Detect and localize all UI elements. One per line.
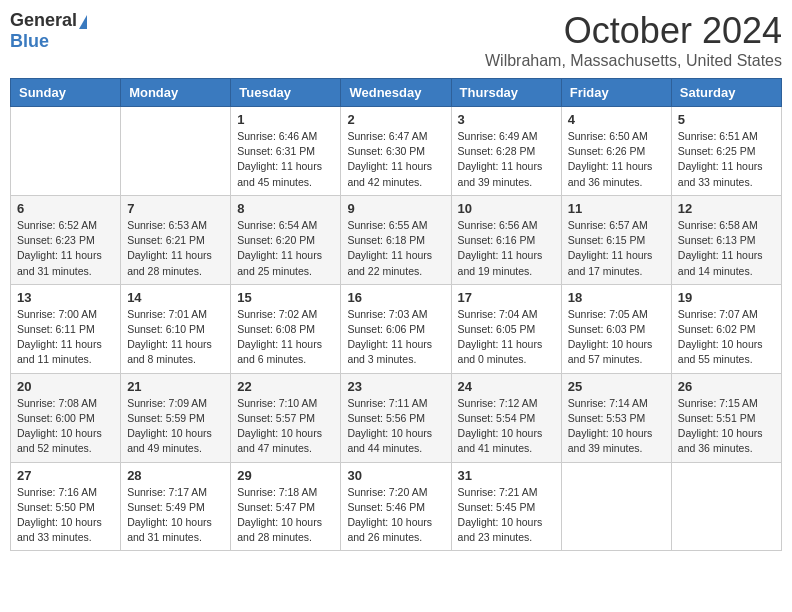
day-info: Sunrise: 6:53 AM Sunset: 6:21 PM Dayligh… <box>127 218 224 279</box>
day-number: 16 <box>347 290 444 305</box>
day-number: 10 <box>458 201 555 216</box>
day-info: Sunrise: 6:50 AM Sunset: 6:26 PM Dayligh… <box>568 129 665 190</box>
day-number: 22 <box>237 379 334 394</box>
calendar-day-cell: 24Sunrise: 7:12 AM Sunset: 5:54 PM Dayli… <box>451 373 561 462</box>
calendar-day-cell: 31Sunrise: 7:21 AM Sunset: 5:45 PM Dayli… <box>451 462 561 551</box>
day-number: 8 <box>237 201 334 216</box>
calendar-day-header: Tuesday <box>231 79 341 107</box>
calendar-week-row: 13Sunrise: 7:00 AM Sunset: 6:11 PM Dayli… <box>11 284 782 373</box>
calendar-day-cell <box>11 107 121 196</box>
calendar-day-cell: 20Sunrise: 7:08 AM Sunset: 6:00 PM Dayli… <box>11 373 121 462</box>
day-info: Sunrise: 7:16 AM Sunset: 5:50 PM Dayligh… <box>17 485 114 546</box>
calendar-day-cell <box>121 107 231 196</box>
day-number: 27 <box>17 468 114 483</box>
day-number: 17 <box>458 290 555 305</box>
calendar-day-cell: 28Sunrise: 7:17 AM Sunset: 5:49 PM Dayli… <box>121 462 231 551</box>
day-info: Sunrise: 6:51 AM Sunset: 6:25 PM Dayligh… <box>678 129 775 190</box>
day-info: Sunrise: 7:01 AM Sunset: 6:10 PM Dayligh… <box>127 307 224 368</box>
calendar-day-cell: 13Sunrise: 7:00 AM Sunset: 6:11 PM Dayli… <box>11 284 121 373</box>
day-info: Sunrise: 6:52 AM Sunset: 6:23 PM Dayligh… <box>17 218 114 279</box>
day-info: Sunrise: 7:07 AM Sunset: 6:02 PM Dayligh… <box>678 307 775 368</box>
day-number: 31 <box>458 468 555 483</box>
month-title: October 2024 <box>485 10 782 52</box>
day-info: Sunrise: 7:04 AM Sunset: 6:05 PM Dayligh… <box>458 307 555 368</box>
calendar-day-cell: 6Sunrise: 6:52 AM Sunset: 6:23 PM Daylig… <box>11 195 121 284</box>
day-info: Sunrise: 7:20 AM Sunset: 5:46 PM Dayligh… <box>347 485 444 546</box>
calendar-day-header: Wednesday <box>341 79 451 107</box>
calendar-day-cell: 29Sunrise: 7:18 AM Sunset: 5:47 PM Dayli… <box>231 462 341 551</box>
day-info: Sunrise: 6:54 AM Sunset: 6:20 PM Dayligh… <box>237 218 334 279</box>
day-number: 24 <box>458 379 555 394</box>
calendar-day-cell: 23Sunrise: 7:11 AM Sunset: 5:56 PM Dayli… <box>341 373 451 462</box>
calendar-header-row: SundayMondayTuesdayWednesdayThursdayFrid… <box>11 79 782 107</box>
page-header: General Blue October 2024 Wilbraham, Mas… <box>10 10 782 70</box>
calendar-day-cell: 4Sunrise: 6:50 AM Sunset: 6:26 PM Daylig… <box>561 107 671 196</box>
location-title: Wilbraham, Massachusetts, United States <box>485 52 782 70</box>
calendar-day-cell: 27Sunrise: 7:16 AM Sunset: 5:50 PM Dayli… <box>11 462 121 551</box>
day-info: Sunrise: 7:11 AM Sunset: 5:56 PM Dayligh… <box>347 396 444 457</box>
calendar-day-cell: 7Sunrise: 6:53 AM Sunset: 6:21 PM Daylig… <box>121 195 231 284</box>
calendar-day-cell: 3Sunrise: 6:49 AM Sunset: 6:28 PM Daylig… <box>451 107 561 196</box>
calendar-day-cell: 25Sunrise: 7:14 AM Sunset: 5:53 PM Dayli… <box>561 373 671 462</box>
day-info: Sunrise: 7:18 AM Sunset: 5:47 PM Dayligh… <box>237 485 334 546</box>
day-number: 19 <box>678 290 775 305</box>
title-area: October 2024 Wilbraham, Massachusetts, U… <box>485 10 782 70</box>
day-number: 12 <box>678 201 775 216</box>
day-info: Sunrise: 6:58 AM Sunset: 6:13 PM Dayligh… <box>678 218 775 279</box>
day-number: 28 <box>127 468 224 483</box>
calendar-day-cell: 22Sunrise: 7:10 AM Sunset: 5:57 PM Dayli… <box>231 373 341 462</box>
day-info: Sunrise: 6:49 AM Sunset: 6:28 PM Dayligh… <box>458 129 555 190</box>
logo-general: General <box>10 10 77 30</box>
calendar-day-cell: 1Sunrise: 6:46 AM Sunset: 6:31 PM Daylig… <box>231 107 341 196</box>
day-info: Sunrise: 7:21 AM Sunset: 5:45 PM Dayligh… <box>458 485 555 546</box>
day-info: Sunrise: 7:12 AM Sunset: 5:54 PM Dayligh… <box>458 396 555 457</box>
calendar-day-cell: 16Sunrise: 7:03 AM Sunset: 6:06 PM Dayli… <box>341 284 451 373</box>
day-info: Sunrise: 7:00 AM Sunset: 6:11 PM Dayligh… <box>17 307 114 368</box>
day-number: 26 <box>678 379 775 394</box>
day-info: Sunrise: 7:03 AM Sunset: 6:06 PM Dayligh… <box>347 307 444 368</box>
calendar-day-cell: 26Sunrise: 7:15 AM Sunset: 5:51 PM Dayli… <box>671 373 781 462</box>
day-number: 21 <box>127 379 224 394</box>
calendar-day-header: Sunday <box>11 79 121 107</box>
calendar-day-cell: 11Sunrise: 6:57 AM Sunset: 6:15 PM Dayli… <box>561 195 671 284</box>
calendar-day-cell: 17Sunrise: 7:04 AM Sunset: 6:05 PM Dayli… <box>451 284 561 373</box>
day-info: Sunrise: 6:56 AM Sunset: 6:16 PM Dayligh… <box>458 218 555 279</box>
day-number: 25 <box>568 379 665 394</box>
day-info: Sunrise: 6:46 AM Sunset: 6:31 PM Dayligh… <box>237 129 334 190</box>
calendar-day-header: Thursday <box>451 79 561 107</box>
day-info: Sunrise: 7:10 AM Sunset: 5:57 PM Dayligh… <box>237 396 334 457</box>
day-number: 1 <box>237 112 334 127</box>
calendar-day-cell <box>671 462 781 551</box>
day-info: Sunrise: 6:47 AM Sunset: 6:30 PM Dayligh… <box>347 129 444 190</box>
day-number: 4 <box>568 112 665 127</box>
calendar-day-cell: 9Sunrise: 6:55 AM Sunset: 6:18 PM Daylig… <box>341 195 451 284</box>
day-number: 23 <box>347 379 444 394</box>
logo: General Blue <box>10 10 87 52</box>
day-info: Sunrise: 7:15 AM Sunset: 5:51 PM Dayligh… <box>678 396 775 457</box>
day-number: 5 <box>678 112 775 127</box>
day-number: 2 <box>347 112 444 127</box>
calendar-day-header: Saturday <box>671 79 781 107</box>
day-info: Sunrise: 7:14 AM Sunset: 5:53 PM Dayligh… <box>568 396 665 457</box>
logo-blue: Blue <box>10 31 49 52</box>
calendar-day-cell: 18Sunrise: 7:05 AM Sunset: 6:03 PM Dayli… <box>561 284 671 373</box>
day-info: Sunrise: 7:05 AM Sunset: 6:03 PM Dayligh… <box>568 307 665 368</box>
day-number: 11 <box>568 201 665 216</box>
calendar-day-cell: 19Sunrise: 7:07 AM Sunset: 6:02 PM Dayli… <box>671 284 781 373</box>
calendar-table: SundayMondayTuesdayWednesdayThursdayFrid… <box>10 78 782 551</box>
day-number: 7 <box>127 201 224 216</box>
day-info: Sunrise: 7:17 AM Sunset: 5:49 PM Dayligh… <box>127 485 224 546</box>
logo-icon <box>79 15 87 29</box>
day-info: Sunrise: 6:57 AM Sunset: 6:15 PM Dayligh… <box>568 218 665 279</box>
calendar-day-cell: 8Sunrise: 6:54 AM Sunset: 6:20 PM Daylig… <box>231 195 341 284</box>
day-info: Sunrise: 7:09 AM Sunset: 5:59 PM Dayligh… <box>127 396 224 457</box>
calendar-week-row: 20Sunrise: 7:08 AM Sunset: 6:00 PM Dayli… <box>11 373 782 462</box>
calendar-day-header: Friday <box>561 79 671 107</box>
day-number: 14 <box>127 290 224 305</box>
day-number: 15 <box>237 290 334 305</box>
calendar-day-cell <box>561 462 671 551</box>
day-number: 29 <box>237 468 334 483</box>
calendar-day-header: Monday <box>121 79 231 107</box>
calendar-day-cell: 15Sunrise: 7:02 AM Sunset: 6:08 PM Dayli… <box>231 284 341 373</box>
day-number: 18 <box>568 290 665 305</box>
